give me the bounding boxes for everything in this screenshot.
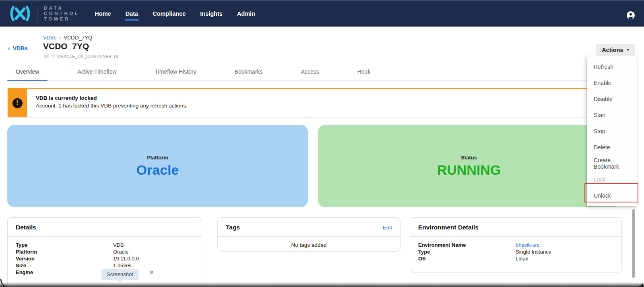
tab-hook[interactable]: Hook — [349, 67, 379, 80]
window-bottom-edge — [0, 282, 644, 287]
table-row: Type VDB — [16, 242, 194, 248]
page-title: VCDO_7YQ — [43, 41, 89, 51]
detail-label-size: Size — [16, 262, 113, 269]
tab-access[interactable]: Access — [293, 67, 328, 80]
actions-button[interactable]: Actions ▾ — [596, 44, 635, 56]
nav-item-admin[interactable]: Admin — [236, 8, 256, 19]
tags-panel-title: Tags — [226, 224, 240, 231]
main-nav-menu: Home Data Compliance Insights Admin — [94, 8, 256, 19]
tab-active-timeflow[interactable]: Active Timeflow — [69, 67, 125, 80]
tab-bookmarks[interactable]: Bookmarks — [226, 67, 271, 80]
table-row: Size 1.05GB — [16, 262, 194, 269]
brand-text: DATA CONTROL TOWER — [44, 6, 79, 22]
locked-warning-banner: ! VDB is currently locked Account: 1 has… — [7, 88, 621, 118]
back-to-vdbs-link[interactable]: ‹ VDBs — [8, 45, 28, 52]
platform-card-label: Platform — [147, 155, 168, 161]
delphix-x-logo-icon — [9, 5, 31, 22]
warning-icon-block: ! — [8, 89, 27, 117]
menu-item-start[interactable]: Start — [587, 107, 637, 123]
warning-message: Account: 1 has locked this VDB preventin… — [36, 103, 188, 109]
menu-item-enable[interactable]: Enable — [587, 75, 637, 91]
window-corner-artifact — [0, 277, 6, 287]
detail-label-engine: Engine — [16, 269, 113, 276]
detail-value-platform: Oracle — [113, 248, 128, 255]
tags-panel-header: Tags Edit — [218, 218, 400, 237]
table-row: OS Linux — [418, 255, 613, 262]
status-card-value: RUNNING — [437, 162, 501, 178]
platform-card-value: Oracle — [136, 162, 179, 178]
env-label-type: Type — [418, 248, 516, 255]
warning-title: VDB is currently locked — [36, 95, 188, 101]
table-row: Environment Name bhavik-src — [418, 242, 613, 248]
menu-item-lock: Lock — [587, 171, 637, 188]
menu-item-refresh[interactable]: Refresh — [587, 59, 637, 75]
breadcrumb-current: VCDO_7YQ — [64, 35, 92, 41]
detail-value-type: VDB — [113, 242, 124, 248]
detail-value-version: 19.11.0.0.0 — [113, 255, 139, 262]
exclamation-circle-icon: ! — [12, 98, 23, 108]
logo-divider — [37, 5, 37, 23]
menu-item-unlock[interactable]: Unlock — [587, 188, 637, 204]
nav-item-home[interactable]: Home — [94, 8, 111, 19]
back-link-label: VDBs — [13, 45, 28, 52]
nav-item-data[interactable]: Data — [125, 8, 139, 19]
nav-item-compliance[interactable]: Compliance — [152, 8, 186, 19]
breadcrumb: VDBs › VCDO_7YQ — [43, 35, 92, 41]
environment-panel-header: Environment Details — [410, 218, 621, 237]
detail-label-version: Version — [16, 255, 113, 262]
actions-button-label: Actions — [602, 47, 623, 53]
tab-overview[interactable]: Overview — [7, 67, 47, 80]
detail-label-platform: Platform — [16, 248, 113, 255]
back-chevron-icon: ‹ — [8, 45, 10, 52]
vertical-scrollbar-thumb[interactable] — [632, 209, 635, 278]
env-value-name-link[interactable]: bhavik-src — [516, 242, 539, 248]
vdb-id-label: ID: 47-ORACLE_DB_CONTAINER-16 — [43, 54, 118, 59]
detail-value-engine-link[interactable]: ie — [149, 269, 153, 276]
user-account-icon[interactable] — [626, 11, 635, 20]
platform-card: Platform Oracle — [7, 125, 308, 207]
details-panel-header: Details — [8, 218, 202, 237]
environment-panel-title: Environment Details — [418, 224, 479, 231]
app-window: DATA CONTROL TOWER Home Data Compliance … — [0, 0, 644, 287]
env-label-os: OS — [418, 255, 516, 262]
cursor-artifact — [636, 282, 644, 287]
caret-down-icon: ▾ — [627, 47, 629, 52]
details-panel-title: Details — [16, 224, 36, 231]
breadcrumb-separator-icon: › — [59, 35, 61, 41]
tab-timeflow-history[interactable]: Timeflow History — [147, 67, 205, 80]
tags-panel: Tags Edit No tags added — [217, 217, 400, 252]
brand-line: DATA — [44, 6, 79, 11]
menu-item-stop[interactable]: Stop — [587, 123, 637, 139]
dct-logo: DATA CONTROL TOWER — [9, 5, 79, 23]
detail-value-size: 1.05GB — [113, 262, 131, 269]
env-value-os: Linux — [516, 255, 528, 262]
brand-line: CONTROL — [44, 11, 79, 17]
breadcrumb-vdbs-link[interactable]: VDBs — [43, 35, 56, 41]
screenshot-tooltip: Screenshot — [101, 269, 138, 280]
environment-rows: Environment Name bhavik-src Type Single … — [410, 237, 621, 267]
nav-item-insights[interactable]: Insights — [199, 8, 223, 19]
status-card: Status RUNNING — [318, 125, 620, 207]
tab-bar: Overview Active Timeflow Timeflow Histor… — [7, 67, 621, 81]
brand-line: TOWER — [44, 17, 79, 22]
menu-item-delete[interactable]: Delete — [587, 139, 637, 155]
table-row: Type Single Instance — [418, 248, 613, 255]
detail-label-type: Type — [16, 242, 113, 248]
edit-tags-link[interactable]: Edit — [383, 225, 392, 231]
warning-text: VDB is currently locked Account: 1 has l… — [27, 89, 196, 117]
actions-dropdown-menu: Refresh Enable Disable Start Stop Delete… — [587, 56, 637, 206]
env-label-name: Environment Name — [418, 242, 516, 248]
menu-item-create-bookmark[interactable]: Create Bookmark — [587, 155, 637, 171]
no-tags-message: No tags added — [218, 237, 400, 253]
environment-details-panel: Environment Details Environment Name bha… — [410, 217, 622, 273]
status-card-label: Status — [461, 155, 477, 161]
menu-item-disable[interactable]: Disable — [587, 91, 637, 107]
env-value-type: Single Instance — [516, 248, 551, 255]
table-row: Platform Oracle — [16, 248, 194, 255]
top-navigation-bar: DATA CONTROL TOWER Home Data Compliance … — [0, 0, 644, 27]
table-row: Version 19.11.0.0.0 — [16, 255, 194, 262]
